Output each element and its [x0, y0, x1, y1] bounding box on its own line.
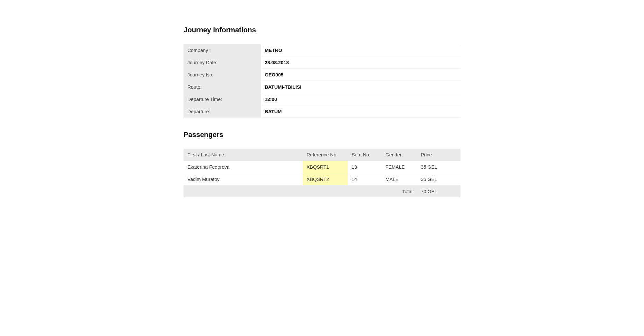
passenger-seat: 13	[348, 161, 382, 173]
passengers-heading: Passengers	[184, 131, 460, 139]
journey-label: Company :	[184, 44, 261, 56]
passenger-gender: MALE	[382, 173, 417, 185]
total-value: 70 GEL	[417, 185, 460, 198]
col-header-gender: Gender:	[382, 149, 417, 161]
table-row: Vadim Muratov XBQSRT2 14 MALE 35 GEL	[184, 173, 460, 185]
journey-heading: Journey Informations	[184, 26, 460, 34]
journey-row-departure-time: Departure Time: 12:00	[184, 93, 460, 105]
journey-row-no: Journey No: GEO005	[184, 69, 460, 81]
passenger-price: 35 GEL	[417, 173, 460, 185]
col-header-seat: Seat No:	[348, 149, 382, 161]
journey-label: Journey Date:	[184, 56, 261, 69]
journey-row-date: Journey Date: 28.08.2018	[184, 56, 460, 69]
table-row: Ekaterina Fedorova XBQSRT1 13 FEMALE 35 …	[184, 161, 460, 173]
journey-info-table: Company : METRO Journey Date: 28.08.2018…	[184, 44, 460, 118]
passenger-gender: FEMALE	[382, 161, 417, 173]
journey-value: BATUMI-TBILISI	[261, 81, 460, 93]
journey-label: Route:	[184, 81, 261, 93]
journey-row-company: Company : METRO	[184, 44, 460, 56]
total-row: Total: 70 GEL	[184, 185, 460, 198]
col-header-name: First / Last Name:	[184, 149, 303, 161]
journey-row-departure: Departure: BATUM	[184, 105, 460, 118]
journey-value: GEO005	[261, 69, 460, 81]
passenger-ref: XBQSRT1	[303, 161, 348, 173]
journey-label: Departure Time:	[184, 93, 261, 105]
passenger-name: Ekaterina Fedorova	[184, 161, 303, 173]
journey-value: METRO	[261, 44, 460, 56]
total-label: Total:	[184, 185, 417, 198]
passenger-name: Vadim Muratov	[184, 173, 303, 185]
passenger-price: 35 GEL	[417, 161, 460, 173]
passenger-seat: 14	[348, 173, 382, 185]
col-header-ref: Reference No:	[303, 149, 348, 161]
journey-value: 28.08.2018	[261, 56, 460, 69]
journey-label: Departure:	[184, 105, 261, 118]
journey-value: 12:00	[261, 93, 460, 105]
journey-label: Journey No:	[184, 69, 261, 81]
journey-value: BATUM	[261, 105, 460, 118]
journey-row-route: Route: BATUMI-TBILISI	[184, 81, 460, 93]
passenger-ref: XBQSRT2	[303, 173, 348, 185]
col-header-price: Price	[417, 149, 460, 161]
passengers-table: First / Last Name: Reference No: Seat No…	[184, 149, 460, 197]
